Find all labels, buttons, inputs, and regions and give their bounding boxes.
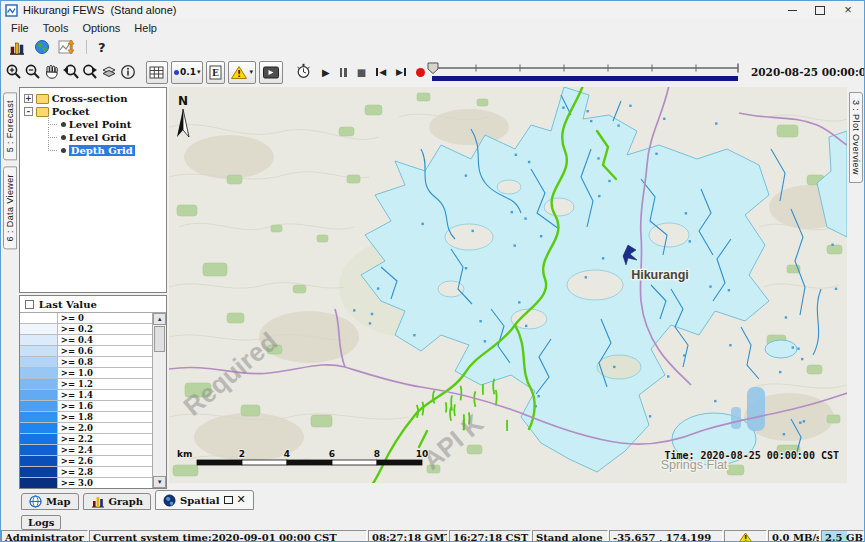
legend-row[interactable]: >= 2.2 [20,434,152,445]
tree-node-cross-section[interactable]: Cross-section [24,92,166,105]
watermark-text: API K [417,408,490,476]
folder-icon [36,94,49,104]
help-button[interactable]: ? [98,40,106,55]
thresholds-warning-dropdown[interactable]: ! ▾ [228,61,256,84]
legend-row[interactable]: >= 2.8 [20,467,152,478]
info-button[interactable] [119,61,137,83]
tab-maximize-icon[interactable] [224,496,233,504]
zoom-out-button[interactable] [24,61,42,83]
last-value-label: Last Value [39,299,97,310]
tab-map[interactable]: Map [21,493,79,510]
logs-tab[interactable]: Logs [21,515,61,530]
tree-node-label[interactable]: Pocket [52,106,90,117]
expander-collapsed-icon[interactable] [24,94,33,103]
pause-button[interactable] [340,68,347,77]
legend-color-swatch [20,445,58,455]
legend-value: >= 2.8 [58,467,152,477]
legend-toggle-button[interactable]: E [206,61,225,84]
legend-row[interactable]: >= 1.6 [20,401,152,412]
tab-graph[interactable]: Graph [83,493,152,510]
zoom-previous-button[interactable] [62,61,80,83]
legend-row[interactable]: >= 1.2 [20,379,152,390]
legend-row[interactable]: >= 1.0 [20,368,152,379]
tree-node-pocket[interactable]: Pocket [24,105,166,118]
legend-value: >= 0.4 [58,335,152,345]
grid-display-button[interactable] [146,61,168,84]
legend-panel: Last Value >= 0 >= 0.2 >= 0.4 >= 0.6 >= … [19,295,167,489]
pan-hand-button[interactable] [43,61,61,83]
legend-row[interactable]: >= 2.6 [20,456,152,467]
tree-node-level-grid[interactable]: Level Grid [24,131,166,144]
spatial-layers-tree: Cross-section Pocket Level Point [19,87,167,293]
play-button[interactable]: ▶ [322,67,330,78]
legend-value: >= 1.2 [58,379,152,389]
scroll-up-button[interactable]: ▲ [153,313,166,325]
tab-close-icon[interactable]: ✕ [237,495,246,505]
legend-row[interactable]: >= 2.0 [20,423,152,434]
legend-row[interactable]: >= 1.8 [20,412,152,423]
animation-controls: ▶ ■ ◀ ▶ [295,62,425,83]
menu-file[interactable]: File [4,21,36,35]
menu-help[interactable]: Help [127,21,164,35]
scale-dot-icon [174,70,179,75]
close-button[interactable]: × [842,4,854,16]
tab-spatial-active[interactable]: Spatial ✕ [155,490,254,510]
window-title: Hikurangi FEWS (Stand alone) [23,4,176,16]
globe-icon[interactable] [34,39,50,55]
legend-value: >= 1.4 [58,390,152,400]
map-time-label: Time: 2020-08-25 00:00:00 CST [665,450,840,461]
town-label: Hikurangi [631,268,689,282]
legend-scrollbar[interactable]: ▲ ▼ [152,313,166,488]
tree-node-label[interactable]: Cross-section [52,93,128,104]
legend-row[interactable]: >= 0.4 [20,335,152,346]
legend-row[interactable]: >= 0.6 [20,346,152,357]
expander-expanded-icon[interactable] [24,107,33,116]
tree-node-label-selected[interactable]: Depth Grid [69,145,135,156]
legend-row[interactable]: >= 2.4 [20,445,152,456]
legend-value: >= 0.6 [58,346,152,356]
legend-row[interactable]: >= 0 [20,313,152,324]
legend-value: >= 2.2 [58,434,152,444]
minimize-button[interactable] [786,4,798,16]
map-canvas[interactable]: Required API K Hikurangi Springs Flat N … [169,87,847,483]
time-span-bar [432,76,738,81]
tab-forecast[interactable]: 5 : Forecast [3,92,17,160]
legend-row[interactable]: >= 1.4 [20,390,152,401]
status-warning-cell[interactable]: ! [724,530,767,542]
timer-settings-button[interactable] [295,62,312,83]
legend-row[interactable]: >= 0.2 [20,324,152,335]
menu-options[interactable]: Options [75,21,127,35]
last-value-checkbox[interactable] [25,300,34,309]
maximize-button[interactable] [814,4,826,16]
database-viewer-icon[interactable] [8,39,26,56]
tree-node-label[interactable]: Level Grid [69,132,126,143]
contour-scale-dropdown[interactable]: 0.1 ▾ [171,61,203,84]
zoom-in-button[interactable] [5,61,23,83]
go-to-end-button[interactable]: ▶ [396,67,406,77]
tree-node-depth-grid-selected[interactable]: Depth Grid [24,144,166,157]
time-slider-thumb[interactable] [428,63,438,74]
zoom-next-button[interactable] [81,61,99,83]
go-to-start-button[interactable]: ◀ [376,67,386,77]
tab-plot-overview[interactable]: 3 : Plot Overview [849,92,863,183]
svg-text:8: 8 [374,449,380,459]
legend-color-swatch [20,368,58,378]
warning-icon: ! [738,532,753,542]
scroll-thumb[interactable] [154,326,165,352]
menu-tools[interactable]: Tools [36,21,76,35]
record-button[interactable] [416,68,425,77]
legend-row[interactable]: >= 0.8 [20,357,152,368]
tree-node-label[interactable]: Level Point [69,119,131,130]
legend-row[interactable]: >= 3.0 [20,478,152,488]
animation-movie-button[interactable] [259,61,283,84]
scroll-down-button[interactable]: ▼ [153,476,166,488]
layers-button[interactable] [100,61,118,83]
tab-data-viewer[interactable]: 6 : Data Viewer [3,166,17,249]
svg-text:10: 10 [416,449,429,459]
time-slider[interactable] [426,60,744,84]
stop-button[interactable]: ■ [357,67,366,78]
spatial-display-icon[interactable] [58,39,75,55]
tree-node-level-point[interactable]: Level Point [24,118,166,131]
app-logo-icon [5,4,18,17]
legend-color-swatch [20,390,58,400]
